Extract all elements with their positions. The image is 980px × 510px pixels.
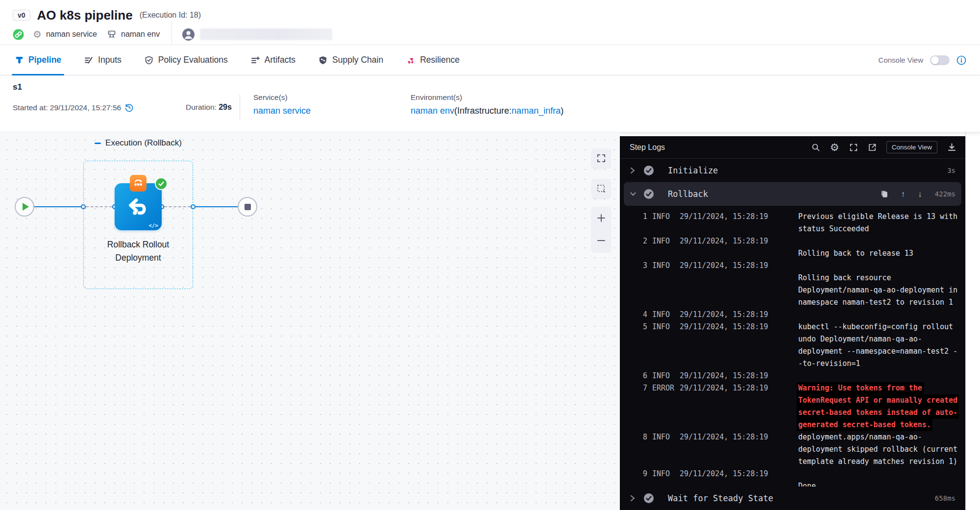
pipeline-execution-page: v0 AO k8s pipeline (Execution Id: 18) ⚙ … [0,0,980,510]
log-level: ERROR [652,382,675,394]
version-badge: v0 [13,10,30,21]
execution-group-title[interactable]: Execution (Rollback) [83,138,193,148]
edge-end [196,206,238,207]
environment-icon [107,29,117,39]
info-icon[interactable] [956,55,966,65]
log-message: Rolling back resourceDeployment/naman-qa… [775,260,961,309]
log-level: INFO [652,309,675,321]
canvas-fullscreen-button[interactable] [591,148,611,168]
chevron-right-icon[interactable] [630,166,637,175]
header: v0 AO k8s pipeline (Execution Id: 18) ⚙ … [0,0,980,45]
log-timestamp: 29/11/2024, 15:28:19 [680,309,770,321]
log-output[interactable]: 1 INFO 29/11/2024, 15:28:19 Previous eli… [620,206,965,486]
log-line-number: 1 [638,211,647,223]
section-duration: 3s [947,167,956,174]
search-icon[interactable] [811,143,820,152]
canvas-zoom-controls [591,207,611,252]
tab-supply-chain[interactable]: Supply Chain [318,45,383,75]
log-entry: 4 INFO 29/11/2024, 15:28:19 [638,309,961,321]
log-line-number: 5 [638,321,647,333]
log-level: INFO [652,468,675,480]
log-message: deployment.apps/naman-qa-ao-deployment s… [775,431,961,468]
log-message: Warning: Use tokens from theTokenRequest… [775,382,961,431]
log-line-number: 9 [638,468,647,480]
log-timestamp: 29/11/2024, 15:28:19 [680,382,770,394]
policy-icon [144,55,154,65]
arrow-up-icon[interactable]: ↑ [901,190,906,198]
zoom-in-button[interactable] [591,207,611,229]
environment-link[interactable]: naman env [411,106,454,116]
service-link[interactable]: naman service [253,106,311,116]
zoom-out-icon [596,236,606,245]
marquee-select-icon [596,184,606,194]
edge-start [34,206,81,207]
redacted-user-email [200,28,332,40]
log-message [775,370,961,382]
avatar [182,28,195,41]
start-node[interactable] [15,197,34,217]
end-node[interactable] [238,197,257,217]
service-name[interactable]: naman service [46,30,97,39]
minus-icon[interactable] [95,143,101,144]
step-logs-title: Step Logs [630,143,665,152]
canvas-marquee-select-button[interactable] [591,179,611,198]
stage-name[interactable]: s1 [13,82,22,92]
execution-id: (Execution Id: 18) [140,11,201,20]
log-section-wait-steady-state[interactable]: Wait for Steady State 658ms [620,486,965,510]
tab-artifacts[interactable]: Artifacts [250,45,295,75]
log-message: Rolling back to release 13 [775,235,961,260]
chevron-down-icon[interactable] [630,191,637,197]
log-entry: 6 INFO 29/11/2024, 15:28:19 [638,370,961,382]
log-section-initialize[interactable]: Initialize 3s [620,159,965,182]
open-in-new-icon[interactable] [868,143,877,152]
log-line-number: 7 [638,382,647,394]
inputs-icon [84,55,94,65]
gear-icon: ⚙ [33,29,42,39]
history-icon[interactable] [124,103,134,112]
supply-chain-icon [318,55,328,65]
pipeline-canvas[interactable]: Execution (Rollback) </> Rollback Rollou… [0,132,620,510]
log-settings-gear-icon[interactable]: ⚙ [830,142,839,152]
log-entry: 3 INFO 29/11/2024, 15:28:19 Rolling back… [638,260,961,309]
zoom-out-button[interactable] [591,230,611,251]
log-section-rollback[interactable]: Rollback ↑ ↓ 422ms [624,182,961,206]
download-icon[interactable] [947,143,956,152]
log-entry: 7 ERROR 29/11/2024, 15:28:19 Warning: Us… [638,382,961,431]
console-view-button[interactable]: Console View [886,141,937,153]
rollback-arrow-icon [125,194,151,220]
log-entry: 5 INFO 29/11/2024, 15:28:19 kubectl --ku… [638,321,961,370]
check-circle-icon [643,493,654,504]
tab-resilience[interactable]: Resilience [406,45,460,75]
log-line-number: 6 [638,370,647,382]
log-level: INFO [652,211,675,223]
log-timestamp: 29/11/2024, 15:28:19 [680,431,770,443]
console-view-toggle[interactable] [930,55,950,65]
tab-inputs[interactable]: Inputs [84,45,122,75]
step-logs-header: Step Logs ⚙ Console View [620,136,965,159]
step-logs-panel: Step Logs ⚙ Console View [620,136,965,510]
infrastructure-link[interactable]: naman_infra [512,106,561,116]
copy-icon[interactable] [881,190,888,198]
stage-info-bar: s1 Started at: 29/11/2024, 15:27:56 Dura… [0,75,980,132]
success-check-icon [155,177,168,190]
artifacts-icon [250,55,260,65]
log-level: INFO [652,235,675,247]
chevron-right-icon[interactable] [630,494,637,503]
resilience-icon [406,55,416,65]
tab-policy-evaluations[interactable]: Policy Evaluations [144,45,228,75]
scrollbar-gutter[interactable] [965,132,980,510]
environment-name[interactable]: naman env [121,30,160,39]
tab-pipeline[interactable]: Pipeline [15,45,61,75]
code-glyph: </> [148,222,158,229]
log-level: INFO [652,370,675,382]
log-line-number: 8 [638,431,647,443]
environments-column: Environment(s) naman env(Infrastructure:… [411,93,564,116]
fullscreen-icon [596,153,606,163]
step-node-label[interactable]: Rollback Rollout Deployment [83,238,193,265]
log-fullscreen-icon[interactable] [849,143,858,152]
arrow-down-icon[interactable]: ↓ [918,190,922,198]
stage-divider [240,94,240,121]
log-level: INFO [652,431,675,443]
tab-bar: Pipeline Inputs Policy Evaluations Artif… [0,45,980,75]
header-divider [172,22,172,44]
